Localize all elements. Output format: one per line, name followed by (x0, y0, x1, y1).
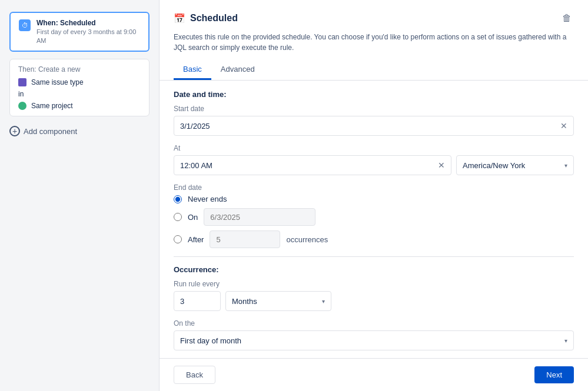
action-items: Same issue type in Same project (18, 78, 141, 110)
radio-on: On (174, 208, 574, 226)
panel-header: 📅 Scheduled 🗑 Executes this rule on the … (160, 0, 588, 81)
panel-footer: Back Next (160, 358, 588, 391)
time-value-1: 12:00 AM (180, 161, 212, 170)
timezone-chevron-1: ▾ (564, 162, 567, 169)
end-date-radio-group: Never ends On After occurrences (174, 195, 574, 248)
timezone-value-1: America/New York (463, 161, 525, 170)
trigger-description: First day of every 3 months at 9:00 AM (36, 28, 136, 44)
date-time-section-title: Date and time: (174, 90, 574, 99)
run-every-input[interactable] (174, 291, 221, 311)
on-the-select[interactable]: First day of month ▾ (174, 330, 574, 350)
left-panel: ⏱ When: Scheduled First day of every 3 m… (0, 0, 159, 391)
radio-never-label: Never ends (188, 195, 227, 203)
tab-advanced[interactable]: Advanced (211, 60, 264, 80)
time-input-1[interactable]: 12:00 AM ✕ (174, 155, 451, 175)
period-value: Months (232, 297, 257, 306)
start-date-input[interactable]: 3/1/2025 ✕ (174, 116, 574, 136)
radio-on-input[interactable] (174, 213, 182, 221)
at-label-1: At (174, 144, 574, 152)
right-panel: 📅 Scheduled 🗑 Executes this rule on the … (159, 0, 588, 391)
at-group-1: At 12:00 AM ✕ America/New York ▾ (174, 144, 574, 175)
add-component-label: Add component (24, 127, 77, 136)
plus-icon: + (9, 126, 20, 136)
radio-never-input[interactable] (174, 195, 182, 203)
scheduled-title-icon: 📅 (174, 13, 185, 24)
on-the-value: First day of month (180, 336, 241, 345)
trigger-label: When: Scheduled (36, 19, 140, 27)
on-the-label: On the (174, 319, 574, 327)
action-item-project: Same project (18, 102, 141, 110)
action-card: Then: Create a new Same issue type in Sa… (9, 59, 150, 116)
end-date-label: End date (174, 183, 574, 192)
tabs: Basic Advanced (174, 60, 574, 80)
scheduled-icon: ⏱ (19, 19, 31, 31)
radio-on-label: On (188, 213, 198, 222)
in-label: in (18, 90, 24, 98)
timezone-select-1[interactable]: America/New York ▾ (456, 155, 574, 175)
action-item-in: in (18, 90, 141, 98)
occurrences-label: occurrences (286, 235, 328, 244)
next-button[interactable]: Next (534, 366, 574, 383)
issue-type-icon (18, 78, 26, 86)
tab-basic[interactable]: Basic (174, 60, 211, 80)
after-count-input[interactable] (210, 230, 280, 248)
occurrence-section-title: Occurrence: (174, 265, 574, 274)
start-date-group: Start date 3/1/2025 ✕ (174, 105, 574, 136)
run-every-label: Run rule every (174, 280, 574, 288)
project-label: Same project (31, 102, 73, 110)
run-every-group: Run rule every Months ▾ (174, 280, 574, 311)
time-clear-icon-1[interactable]: ✕ (438, 161, 445, 170)
on-date-input[interactable] (204, 208, 315, 226)
period-chevron: ▾ (322, 298, 325, 305)
period-select[interactable]: Months ▾ (225, 291, 331, 311)
trigger-card[interactable]: ⏱ When: Scheduled First day of every 3 m… (9, 12, 150, 52)
end-date-group: End date Never ends On After (174, 183, 574, 248)
radio-after-input[interactable] (174, 235, 182, 243)
start-date-clear-icon[interactable]: ✕ (560, 121, 567, 131)
radio-after-label: After (188, 235, 204, 244)
start-date-value: 3/1/2025 (180, 122, 210, 131)
on-the-chevron: ▾ (564, 337, 567, 344)
action-item-issue-type: Same issue type (18, 78, 141, 86)
start-date-label: Start date (174, 105, 574, 113)
issue-type-label: Same issue type (31, 78, 84, 86)
on-the-group: On the First day of month ▾ (174, 319, 574, 350)
panel-title: Scheduled (190, 13, 238, 24)
delete-button[interactable]: 🗑 (560, 11, 574, 26)
action-header: Then: Create a new (18, 65, 141, 73)
project-icon (18, 102, 26, 110)
radio-after: After occurrences (174, 230, 574, 248)
panel-body: Date and time: Start date 3/1/2025 ✕ At … (160, 81, 588, 358)
section-divider (174, 256, 574, 257)
add-component-button[interactable]: + Add component (9, 123, 150, 139)
panel-description: Executes this rule on the provided sched… (174, 32, 574, 53)
back-button[interactable]: Back (174, 366, 215, 384)
radio-never-ends: Never ends (174, 195, 574, 203)
